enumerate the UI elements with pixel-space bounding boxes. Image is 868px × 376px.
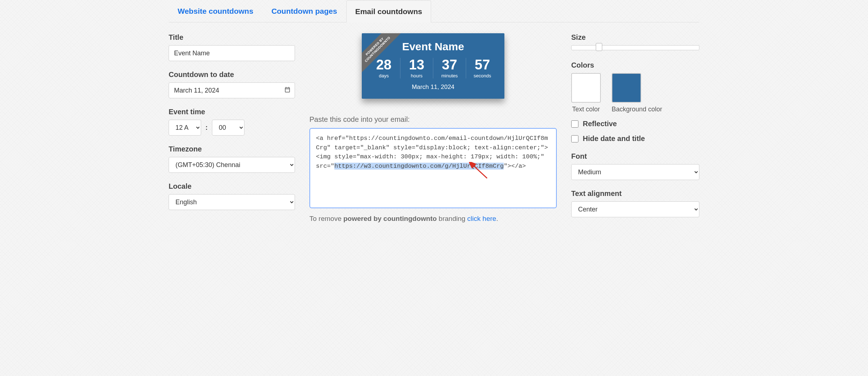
countdown-hours: 13 hours — [400, 58, 433, 78]
center-panel: POWERED BY COUNTINGDOWNTO Event Name 28 … — [309, 33, 557, 227]
minute-select[interactable]: 00 — [212, 120, 244, 136]
title-input[interactable] — [169, 45, 295, 61]
timezone-label: Timezone — [169, 145, 295, 153]
countdown-date-label: Countdown to date — [169, 70, 295, 79]
highlighted-url: https://w3.countingdownto.com/g/HjlUrQCI… — [334, 163, 504, 170]
branding-remove-note: To remove powered by countingdownto bran… — [309, 215, 557, 223]
colors-label: Colors — [571, 61, 699, 69]
locale-select[interactable]: English — [169, 194, 295, 210]
countdown-date-input[interactable] — [169, 82, 295, 98]
hour-select[interactable]: 12 A — [169, 120, 201, 136]
countdown-row: 28 days 13 hours 37 minutes 57 seconds — [368, 58, 499, 78]
time-colon: : — [205, 124, 208, 132]
left-settings-panel: Title Countdown to date Event time 12 A — [169, 33, 295, 227]
font-select[interactable]: Medium — [571, 164, 699, 180]
preview-date: March 11, 2024 — [368, 84, 499, 91]
reflective-checkbox[interactable] — [571, 120, 578, 128]
text-alignment-label: Text alignment — [571, 189, 699, 198]
reflective-label: Reflective — [583, 120, 617, 128]
size-label: Size — [571, 33, 699, 42]
countdown-minutes: 37 minutes — [433, 58, 466, 78]
remove-branding-link[interactable]: click here — [467, 215, 496, 222]
paste-code-label: Paste this code into your email: — [309, 115, 557, 124]
text-color-label: Text color — [571, 106, 601, 113]
embed-code-box[interactable]: <a href="https://countingdownto.com/emai… — [309, 128, 557, 208]
tab-website-countdowns[interactable]: Website countdowns — [169, 0, 262, 22]
tab-countdown-pages[interactable]: Countdown pages — [262, 0, 346, 22]
text-alignment-select[interactable]: Center — [571, 201, 699, 217]
font-label: Font — [571, 152, 699, 161]
size-slider[interactable] — [571, 45, 699, 50]
timezone-select[interactable]: (GMT+05:30) Chennai — [169, 157, 295, 173]
countdown-seconds: 57 seconds — [466, 58, 499, 78]
tabs-bar: Website countdowns Countdown pages Email… — [169, 0, 699, 22]
event-time-label: Event time — [169, 108, 295, 116]
right-settings-panel: Size Colors Text color Background color — [571, 33, 699, 227]
countdown-preview: POWERED BY COUNTINGDOWNTO Event Name 28 … — [362, 33, 504, 99]
tab-email-countdowns[interactable]: Email countdowns — [346, 0, 431, 22]
hide-date-title-checkbox[interactable] — [571, 135, 578, 142]
text-color-swatch[interactable] — [571, 73, 601, 103]
bg-color-label: Background color — [612, 106, 662, 113]
hide-date-title-label: Hide date and title — [583, 134, 645, 143]
bg-color-swatch[interactable] — [612, 73, 641, 103]
locale-label: Locale — [169, 182, 295, 191]
title-label: Title — [169, 33, 295, 42]
